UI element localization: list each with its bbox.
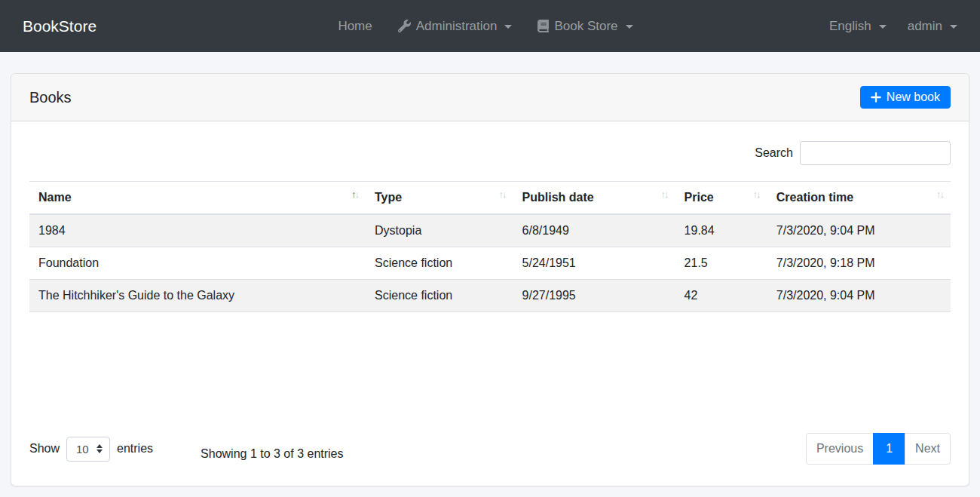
column-header-price[interactable]: Price ↑↓ [675,182,767,215]
new-book-button[interactable]: New book [860,86,951,109]
search-input[interactable] [800,141,951,165]
table-spacer [29,312,951,433]
sort-up-down-icon: ↑↓ [936,189,943,200]
language-dropdown-label: English [829,19,871,34]
chevron-down-icon [626,25,633,29]
cell-type: Science fiction [366,247,513,280]
books-card: Books New book Search Name ↑↓ [11,73,969,486]
card-body: Search Name ↑↓ Type ↑↓ [11,121,969,486]
table-header: Name ↑↓ Type ↑↓ Publish date ↑↓ Price [29,182,951,215]
nav-item-home-label: Home [338,19,372,34]
select-up-down-icon [96,444,103,453]
table-header-row: Name ↑↓ Type ↑↓ Publish date ↑↓ Price [29,182,951,215]
nav-item-book-store[interactable]: Book Store [537,19,632,34]
table-row[interactable]: 1984 Dystopia 6/8/1949 19.84 7/3/2020, 9… [29,214,951,247]
pagination-previous[interactable]: Previous [806,433,874,465]
cell-name: 1984 [29,214,366,247]
sort-up-down-icon: ↑↓ [351,189,358,200]
plus-icon [871,92,881,103]
user-dropdown-label: admin [908,19,942,34]
pagination-next[interactable]: Next [905,433,951,465]
column-header-creation-time[interactable]: Creation time ↑↓ [767,182,951,215]
sort-up-down-icon: ↑↓ [499,189,506,200]
cell-creation-time: 7/3/2020, 9:04 PM [767,280,951,312]
language-dropdown[interactable]: English [829,19,887,34]
table-body: 1984 Dystopia 6/8/1949 19.84 7/3/2020, 9… [29,214,951,312]
sort-up-down-icon: ↑↓ [753,189,760,200]
chevron-down-icon [879,25,887,29]
table-row[interactable]: The Hitchhiker's Guide to the Galaxy Sci… [29,280,951,312]
nav-item-home[interactable]: Home [338,19,372,34]
cell-price: 21.5 [675,247,767,280]
cell-price: 19.84 [675,214,767,247]
navbar-brand[interactable]: BookStore [23,17,96,35]
pagination: Previous 1 Next [806,433,951,465]
cell-price: 42 [675,280,767,312]
page-size-select[interactable]: 10 [66,437,110,462]
entries-label: entries [117,442,153,456]
search-label: Search [755,146,793,160]
sort-up-down-icon: ↑↓ [661,189,668,200]
cell-name: The Hitchhiker's Guide to the Galaxy [29,280,366,312]
chevron-down-icon [950,25,957,29]
book-icon [537,20,549,32]
cell-name: Foundation [29,247,366,280]
cell-creation-time: 7/3/2020, 9:18 PM [767,247,951,280]
column-header-publish-date[interactable]: Publish date ↑↓ [513,182,675,215]
navbar-main-menu: Home Administration Book Store [292,19,632,34]
page-length-control: Show 10 entries [29,437,153,462]
column-header-name[interactable]: Name ↑↓ [29,182,366,215]
cell-creation-time: 7/3/2020, 9:04 PM [767,214,951,247]
cell-publish-date: 6/8/1949 [513,214,675,247]
cell-type: Dystopia [366,214,513,247]
user-dropdown[interactable]: admin [908,19,957,34]
page-content: Books New book Search Name ↑↓ [0,52,980,497]
navbar-right-menu: English admin [829,19,957,34]
column-header-type[interactable]: Type ↑↓ [366,182,513,215]
cell-publish-date: 9/27/1995 [513,280,675,312]
cell-publish-date: 5/24/1951 [513,247,675,280]
search-row: Search [29,141,951,165]
table-row[interactable]: Foundation Science fiction 5/24/1951 21.… [29,247,951,280]
cell-type: Science fiction [366,280,513,312]
table-footer: Show 10 entries Showing 1 to 3 of 3 entr… [29,433,951,465]
nav-item-book-store-label: Book Store [554,19,617,34]
table-info: Showing 1 to 3 of 3 entries [201,437,343,461]
navbar: BookStore Home Administration Book Store… [0,0,980,52]
books-table: Name ↑↓ Type ↑↓ Publish date ↑↓ Price [29,181,951,312]
page-size-value: 10 [76,443,89,456]
nav-item-administration-label: Administration [416,19,498,34]
card-header: Books New book [11,74,969,121]
nav-item-administration[interactable]: Administration [398,19,513,34]
new-book-button-label: New book [887,91,940,104]
wrench-icon [398,20,411,32]
chevron-down-icon [504,25,512,29]
pagination-page-1[interactable]: 1 [873,433,905,465]
show-label: Show [29,442,60,456]
page-title: Books [29,89,72,106]
